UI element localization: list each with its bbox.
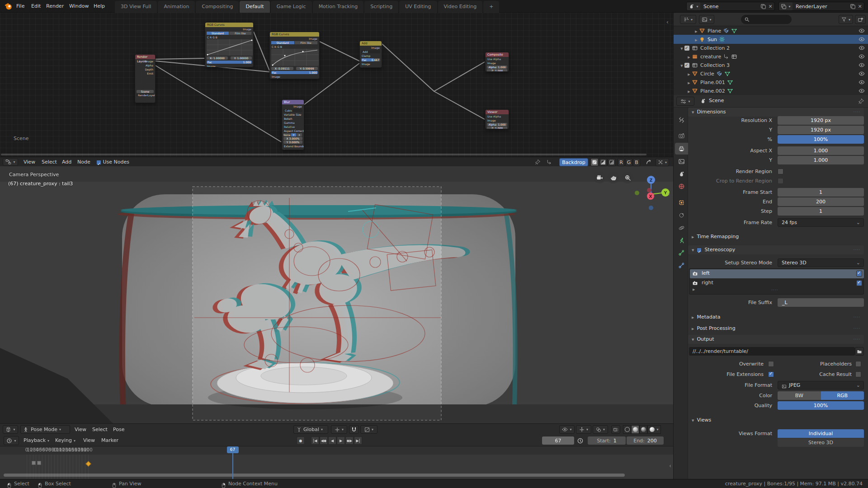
play-button[interactable]: ▶ xyxy=(337,436,345,445)
tab-standard[interactable]: Standard xyxy=(271,41,295,44)
curve-tone-tabs[interactable]: Standard Film like xyxy=(207,32,252,35)
views-format-individual-button[interactable]: Individual xyxy=(778,429,864,438)
outliner-row-circle[interactable]: ▶Circle xyxy=(674,69,868,78)
frame-end-field[interactable]: 200 xyxy=(778,197,864,206)
node-input-image[interactable]: Image xyxy=(486,61,509,65)
variable-size-option[interactable]: Variable Size xyxy=(282,113,304,117)
node-title[interactable]: Add xyxy=(360,41,382,46)
timeline-menu-playback[interactable]: Playback xyxy=(24,435,49,446)
viewport-menu-view[interactable]: View xyxy=(75,424,86,435)
scene-name[interactable]: Scene xyxy=(700,4,760,9)
renderlayer-browse-icon[interactable] xyxy=(779,2,793,10)
frame-step-field[interactable]: 1 xyxy=(778,207,864,216)
clamp-option[interactable]: Clamp xyxy=(360,54,382,58)
output-path-field[interactable]: //../../render/turntable/ xyxy=(689,347,855,356)
snap-magnet-toggle[interactable] xyxy=(349,425,359,434)
play-reverse-button[interactable]: ◀ xyxy=(328,436,336,445)
node-output-image[interactable]: Image xyxy=(270,37,319,41)
collection-checkbox[interactable] xyxy=(684,63,689,68)
pin-icon[interactable] xyxy=(535,159,541,165)
color-bw-button[interactable]: BW xyxy=(778,391,821,400)
viewport-scene[interactable] xyxy=(0,166,673,423)
backdrop-coloralpha-channel-icon[interactable] xyxy=(599,158,607,166)
panel-views[interactable]: Views xyxy=(688,416,864,425)
tab-film-like[interactable]: Film like xyxy=(229,32,252,35)
panel-time-remapping[interactable]: Time Remapping xyxy=(688,232,864,241)
frame-end-field[interactable]: End:200 xyxy=(627,436,664,445)
bokeh-option[interactable]: Bokeh xyxy=(282,117,304,121)
use-preview-range-icon[interactable] xyxy=(577,437,584,444)
overwrite-checkbox[interactable] xyxy=(768,361,774,367)
shading-material-button[interactable] xyxy=(639,425,647,434)
backdrop-toggle[interactable]: Backdrop xyxy=(559,158,588,166)
timeline-menu-view[interactable]: View xyxy=(83,435,95,446)
workspace-tab-game-logic[interactable]: Game Logic xyxy=(271,1,312,13)
timeline-ruler[interactable]: 0102030405060708090100110120130140150160… xyxy=(0,446,673,455)
panel-dimensions[interactable]: Dimensions xyxy=(688,108,864,117)
backdrop-g-channel[interactable]: G xyxy=(625,158,632,166)
shading-rendered-button[interactable] xyxy=(647,425,661,434)
z-field[interactable]: Z: 1.000 xyxy=(487,127,507,129)
menu-file[interactable]: File xyxy=(14,0,26,13)
node-viewer[interactable]: Viewer Use Alpha Image Alpha: 1.000 Z: 1… xyxy=(485,109,509,129)
alpha-field[interactable]: Alpha: 1.000 xyxy=(487,123,507,126)
next-keyframe-button[interactable]: ◆▶ xyxy=(345,436,354,445)
new-collection-button[interactable] xyxy=(855,15,866,24)
tab-constraints[interactable] xyxy=(675,209,688,221)
snapping-widget[interactable] xyxy=(656,158,669,166)
node-title[interactable]: Composite xyxy=(486,52,509,57)
backdrop-color-channel-icon[interactable] xyxy=(590,158,599,166)
node-scene-field[interactable]: Scene xyxy=(137,90,154,93)
placeholders-checkbox[interactable] xyxy=(855,361,861,367)
backdrop-b-channel[interactable]: B xyxy=(633,158,640,166)
file-suffix-field[interactable]: _L xyxy=(778,298,864,307)
tab-object-data[interactable] xyxy=(675,235,688,246)
backdrop-alpha-channel-icon[interactable] xyxy=(608,158,616,166)
channel-box[interactable] xyxy=(32,461,36,465)
outliner-filter-dropdown[interactable] xyxy=(839,15,853,24)
workspace-tab-3d-view-full[interactable]: 3D View Full xyxy=(115,1,157,13)
use-alpha-option[interactable]: Use Alpha xyxy=(486,57,509,61)
auto-keying-toggle[interactable]: ● xyxy=(297,436,305,445)
workspace-tab--[interactable]: + xyxy=(483,1,499,13)
color-rgb-button[interactable]: RGB xyxy=(821,391,864,400)
node-title[interactable]: Blur xyxy=(282,100,304,104)
use-nodes-checkbox[interactable]: Use Nodes xyxy=(96,157,129,167)
blur-filter-dropdown[interactable]: Cubic xyxy=(283,109,302,112)
blur-y-field[interactable]: Y 3.000% xyxy=(283,141,302,144)
tab-view-layer[interactable] xyxy=(675,155,688,167)
workspace-tab-video-editing[interactable]: Video Editing xyxy=(438,1,483,13)
timeline-scrollbar[interactable] xyxy=(4,474,625,477)
playhead-frame-chip[interactable]: 67 xyxy=(227,446,239,453)
z-field[interactable]: Z: 1.000 xyxy=(487,69,507,72)
tab-physics[interactable] xyxy=(675,222,688,234)
outliner-row-collection-3[interactable]: ▼Collection 3 xyxy=(674,61,868,70)
resolution-pct-slider[interactable]: 100% xyxy=(778,135,864,144)
object-visibility-dropdown[interactable] xyxy=(559,425,575,434)
node-output-depth[interactable]: Depth xyxy=(135,67,155,71)
fac-slider[interactable]: Fac1.000 xyxy=(271,71,318,74)
backdrop-fit-icon[interactable] xyxy=(646,159,652,165)
crop-region-checkbox[interactable] xyxy=(778,178,783,184)
aspect-x-field[interactable]: 1.000 xyxy=(778,146,864,155)
blend-mode-dropdown[interactable]: Add xyxy=(361,50,380,53)
node-rgb-curves-1[interactable]: RGB Curves Image Standard Film like C R … xyxy=(205,22,254,67)
tab-world[interactable] xyxy=(675,180,688,192)
node-output-image[interactable]: Image xyxy=(360,46,382,50)
blur-x-field[interactable]: X 3.000% xyxy=(283,137,302,140)
workspace-tab-animation[interactable]: Animation xyxy=(158,1,195,13)
node-input-image[interactable]: Image xyxy=(486,118,509,122)
relative-option[interactable]: Relative xyxy=(282,125,304,129)
node-input-image-1[interactable]: Image xyxy=(360,62,382,66)
current-frame-field[interactable]: 67 xyxy=(542,436,574,445)
node-canvas[interactable]: Render Layers Image Alpha Depth Emit Sce… xyxy=(0,13,673,157)
tab-tool[interactable] xyxy=(675,114,688,126)
node-output-alpha[interactable]: Alpha xyxy=(135,63,155,67)
scene-new-copy-icon[interactable] xyxy=(760,3,766,9)
renderlayer-unlink-icon[interactable]: ✕ xyxy=(856,4,864,9)
hide-in-viewport-eye-icon[interactable] xyxy=(859,88,865,94)
outliner-row-plane-001[interactable]: ▶Plane.001 xyxy=(674,78,868,87)
node-input-image-2[interactable]: Image xyxy=(360,66,382,68)
curve-channel-buttons[interactable]: C R G B xyxy=(270,45,319,49)
node-render-layers[interactable]: Render Layers Image Alpha Depth Emit Sce… xyxy=(135,54,156,103)
